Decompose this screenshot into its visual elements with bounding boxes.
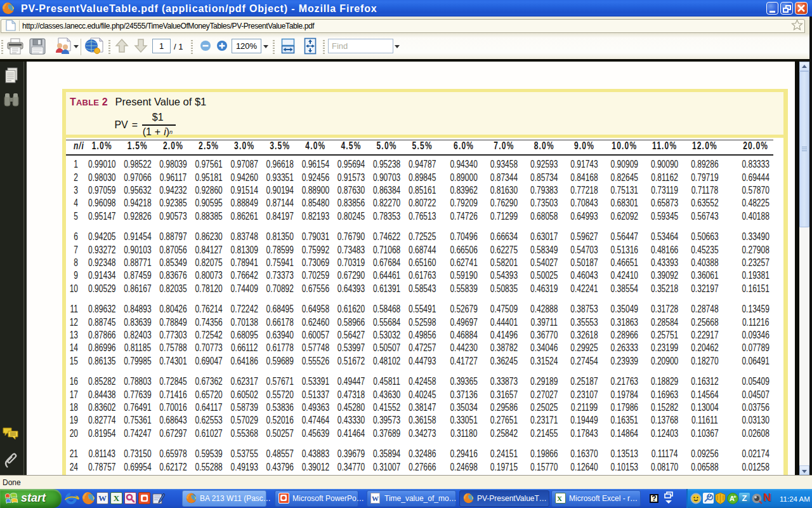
svg-text:+: + — [733, 494, 737, 500]
